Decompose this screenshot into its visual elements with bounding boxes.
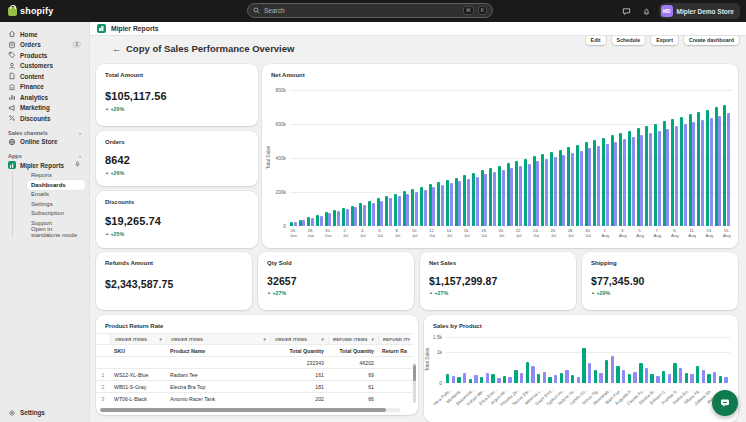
bar[interactable] (599, 373, 602, 383)
help-icon[interactable] (619, 3, 635, 19)
horizontal-scrollbar[interactable] (100, 408, 400, 412)
bar[interactable] (560, 373, 563, 383)
bar[interactable] (398, 196, 401, 226)
bar[interactable] (633, 372, 636, 383)
bar[interactable] (585, 142, 588, 226)
bar[interactable] (432, 187, 435, 226)
bar[interactable] (707, 374, 710, 383)
bar[interactable] (689, 114, 692, 226)
bar[interactable] (480, 377, 483, 383)
bar[interactable] (457, 377, 460, 383)
bar[interactable] (545, 159, 548, 226)
bar[interactable] (351, 206, 354, 226)
bar[interactable] (588, 148, 591, 226)
bar[interactable] (723, 105, 726, 226)
bar[interactable] (550, 152, 553, 226)
bar[interactable] (502, 170, 505, 226)
bar[interactable] (498, 166, 501, 226)
bar[interactable] (380, 201, 383, 227)
bar[interactable] (515, 161, 518, 226)
bar[interactable] (290, 222, 293, 226)
sidebar-subitem-open-in-standalone-mode[interactable]: Open in standalone mode (27, 228, 85, 238)
vertical-scrollbar[interactable] (413, 363, 416, 403)
bar[interactable] (458, 181, 461, 226)
bar[interactable] (467, 179, 470, 226)
notifications-bell-icon[interactable] (639, 3, 655, 19)
sidebar-item-analytics[interactable]: Analytics (4, 92, 85, 103)
bar[interactable] (680, 117, 683, 226)
bar[interactable] (403, 191, 406, 226)
bar[interactable] (654, 124, 657, 226)
bar[interactable] (685, 373, 688, 383)
bar[interactable] (363, 205, 366, 226)
group-header[interactable]: REFUND IT▾ (378, 334, 410, 344)
bar[interactable] (481, 170, 484, 226)
sidebar-item-home[interactable]: Home (4, 29, 85, 40)
group-header[interactable]: ORDER ITEMS▾ (166, 334, 270, 344)
bar[interactable] (565, 370, 568, 383)
bar[interactable] (713, 372, 716, 383)
bar[interactable] (463, 175, 466, 226)
bar[interactable] (541, 154, 544, 226)
bar[interactable] (701, 120, 704, 226)
group-header[interactable]: ORDER ITEMS▾ (270, 334, 328, 344)
sidebar-item-content[interactable]: Content (4, 71, 85, 82)
bar[interactable] (533, 156, 536, 226)
bar[interactable] (320, 216, 323, 226)
bar[interactable] (531, 366, 534, 383)
bar[interactable] (474, 375, 477, 383)
bar[interactable] (333, 210, 336, 226)
bar[interactable] (668, 374, 671, 383)
bar[interactable] (645, 368, 648, 383)
bar[interactable] (611, 135, 614, 226)
bar[interactable] (640, 135, 643, 226)
sidebar-item-discounts[interactable]: Discounts (4, 113, 85, 124)
sidebar-item-finance[interactable]: Finance (4, 82, 85, 93)
sidebar-subitem-subscription[interactable]: Subscription (27, 209, 85, 219)
apps-header[interactable]: Apps › (8, 153, 81, 159)
bar[interactable] (377, 198, 380, 226)
bar[interactable] (493, 172, 496, 226)
bar[interactable] (649, 133, 652, 226)
bar[interactable] (727, 113, 730, 226)
bar[interactable] (415, 192, 418, 226)
bar[interactable] (359, 203, 362, 226)
bar[interactable] (503, 376, 506, 383)
sidebar-subitem-settings[interactable]: Settings (27, 199, 85, 209)
bar[interactable] (554, 375, 557, 383)
bar[interactable] (715, 107, 718, 226)
bar[interactable] (593, 140, 596, 226)
bar[interactable] (623, 139, 626, 226)
bar[interactable] (520, 373, 523, 383)
bar[interactable] (690, 374, 693, 383)
sidebar-subitem-dashboards[interactable]: Dashboards (27, 180, 85, 190)
bar[interactable] (406, 194, 409, 226)
bar[interactable] (463, 373, 466, 383)
bar[interactable] (684, 124, 687, 226)
bar[interactable] (368, 201, 371, 226)
bar[interactable] (526, 362, 529, 383)
account-menu[interactable]: MD Mipler Demo Store (659, 3, 740, 19)
bar[interactable] (619, 133, 622, 226)
table-row[interactable]: 3WT06-L-BlackAntonio Racer Tank20266 (96, 392, 414, 404)
sales-channels-header[interactable]: Sales channels › (8, 130, 81, 136)
bar[interactable] (519, 166, 522, 226)
bar[interactable] (497, 378, 500, 383)
bar[interactable] (455, 178, 458, 226)
bar[interactable] (524, 159, 527, 226)
sidebar-item-marketing[interactable]: Marketing (4, 103, 85, 114)
bar[interactable] (632, 137, 635, 226)
bar[interactable] (484, 174, 487, 226)
bar[interactable] (491, 374, 494, 383)
bar[interactable] (543, 372, 546, 383)
bar[interactable] (571, 375, 574, 383)
bar[interactable] (446, 180, 449, 226)
bar[interactable] (580, 151, 583, 226)
bar[interactable] (594, 370, 597, 383)
bar[interactable] (697, 112, 700, 226)
bar[interactable] (662, 371, 665, 383)
sidebar-item-products[interactable]: Products (4, 50, 85, 61)
bar[interactable] (510, 168, 513, 226)
bar[interactable] (650, 374, 653, 383)
bar[interactable] (663, 121, 666, 226)
